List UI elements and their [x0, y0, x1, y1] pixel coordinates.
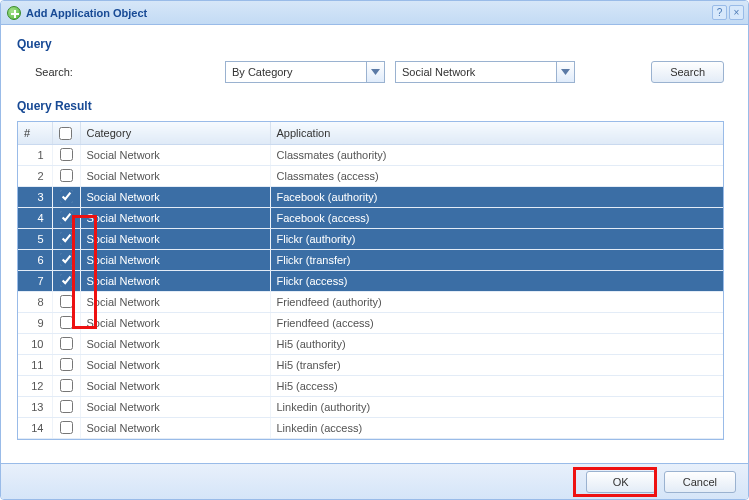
chevron-down-icon[interactable]: [556, 62, 574, 82]
row-category: Social Network: [80, 291, 270, 312]
row-number: 6: [18, 249, 52, 270]
row-checkbox-cell: [52, 291, 80, 312]
dialog-footer: OK Cancel: [1, 463, 748, 499]
col-header-application[interactable]: Application: [270, 122, 723, 144]
row-number: 1: [18, 144, 52, 165]
row-checkbox-cell: [52, 186, 80, 207]
row-checkbox[interactable]: [60, 232, 73, 245]
row-checkbox[interactable]: [60, 358, 73, 371]
row-category: Social Network: [80, 375, 270, 396]
title-bar: Add Application Object ? ×: [1, 1, 748, 25]
row-number: 13: [18, 396, 52, 417]
row-number: 12: [18, 375, 52, 396]
table-row[interactable]: 13Social NetworkLinkedin (authority): [18, 396, 723, 417]
dialog-content: Query Search: By Category Social Network…: [1, 25, 748, 463]
table-row[interactable]: 10Social NetworkHi5 (authority): [18, 333, 723, 354]
table-row[interactable]: 8Social NetworkFriendfeed (authority): [18, 291, 723, 312]
row-application: Linkedin (authority): [270, 396, 723, 417]
result-table: # Category Application 1Social NetworkCl…: [18, 122, 723, 439]
row-number: 10: [18, 333, 52, 354]
row-checkbox-cell: [52, 354, 80, 375]
row-checkbox-cell: [52, 396, 80, 417]
search-label: Search:: [35, 66, 215, 78]
row-category: Social Network: [80, 207, 270, 228]
row-checkbox-cell: [52, 375, 80, 396]
search-mode-value: By Category: [226, 66, 366, 78]
row-application: Hi5 (authority): [270, 333, 723, 354]
row-number: 2: [18, 165, 52, 186]
row-checkbox[interactable]: [60, 337, 73, 350]
search-button[interactable]: Search: [651, 61, 724, 83]
result-table-wrap: # Category Application 1Social NetworkCl…: [17, 121, 724, 440]
row-checkbox[interactable]: [60, 421, 73, 434]
svg-marker-0: [371, 69, 380, 75]
row-application: Hi5 (access): [270, 375, 723, 396]
row-application: Hi5 (transfer): [270, 354, 723, 375]
row-number: 8: [18, 291, 52, 312]
row-application: Flickr (authority): [270, 228, 723, 249]
row-checkbox-cell: [52, 207, 80, 228]
row-category: Social Network: [80, 354, 270, 375]
row-application: Friendfeed (access): [270, 312, 723, 333]
row-checkbox[interactable]: [60, 274, 73, 287]
row-checkbox[interactable]: [60, 316, 73, 329]
content-scroll[interactable]: Query Search: By Category Social Network…: [9, 33, 740, 455]
row-number: 3: [18, 186, 52, 207]
table-row[interactable]: 6Social NetworkFlickr (transfer): [18, 249, 723, 270]
row-category: Social Network: [80, 396, 270, 417]
chevron-down-icon[interactable]: [366, 62, 384, 82]
row-category: Social Network: [80, 228, 270, 249]
ok-button[interactable]: OK: [586, 471, 656, 493]
table-row[interactable]: 5Social NetworkFlickr (authority): [18, 228, 723, 249]
row-number: 4: [18, 207, 52, 228]
row-checkbox[interactable]: [60, 169, 73, 182]
row-category: Social Network: [80, 270, 270, 291]
row-category: Social Network: [80, 144, 270, 165]
row-category: Social Network: [80, 186, 270, 207]
row-application: Classmates (access): [270, 165, 723, 186]
row-checkbox[interactable]: [60, 148, 73, 161]
table-row[interactable]: 7Social NetworkFlickr (access): [18, 270, 723, 291]
cancel-button[interactable]: Cancel: [664, 471, 736, 493]
row-checkbox[interactable]: [60, 379, 73, 392]
row-category: Social Network: [80, 312, 270, 333]
table-row[interactable]: 11Social NetworkHi5 (transfer): [18, 354, 723, 375]
search-mode-combo[interactable]: By Category: [225, 61, 385, 83]
row-checkbox[interactable]: [60, 190, 73, 203]
close-button[interactable]: ×: [729, 5, 744, 20]
row-checkbox[interactable]: [60, 211, 73, 224]
col-header-num[interactable]: #: [18, 122, 52, 144]
table-row[interactable]: 12Social NetworkHi5 (access): [18, 375, 723, 396]
help-button[interactable]: ?: [712, 5, 727, 20]
row-checkbox[interactable]: [60, 400, 73, 413]
category-combo[interactable]: Social Network: [395, 61, 575, 83]
query-section-title: Query: [17, 33, 724, 57]
select-all-checkbox[interactable]: [59, 127, 72, 140]
row-checkbox-cell: [52, 165, 80, 186]
row-checkbox[interactable]: [60, 295, 73, 308]
row-category: Social Network: [80, 333, 270, 354]
row-application: Facebook (access): [270, 207, 723, 228]
row-application: Facebook (authority): [270, 186, 723, 207]
table-row[interactable]: 9Social NetworkFriendfeed (access): [18, 312, 723, 333]
row-application: Friendfeed (authority): [270, 291, 723, 312]
col-header-checkbox[interactable]: [52, 122, 80, 144]
row-number: 11: [18, 354, 52, 375]
table-row[interactable]: 4Social NetworkFacebook (access): [18, 207, 723, 228]
row-number: 9: [18, 312, 52, 333]
row-number: 5: [18, 228, 52, 249]
table-row[interactable]: 3Social NetworkFacebook (authority): [18, 186, 723, 207]
row-application: Linkedin (access): [270, 417, 723, 438]
table-row[interactable]: 14Social NetworkLinkedin (access): [18, 417, 723, 438]
col-header-category[interactable]: Category: [80, 122, 270, 144]
window-title: Add Application Object: [26, 7, 147, 19]
table-row[interactable]: 2Social NetworkClassmates (access): [18, 165, 723, 186]
row-checkbox-cell: [52, 417, 80, 438]
table-row[interactable]: 1Social NetworkClassmates (authority): [18, 144, 723, 165]
category-value: Social Network: [396, 66, 556, 78]
row-application: Flickr (access): [270, 270, 723, 291]
row-number: 7: [18, 270, 52, 291]
row-checkbox[interactable]: [60, 253, 73, 266]
row-application: Flickr (transfer): [270, 249, 723, 270]
table-header-row: # Category Application: [18, 122, 723, 144]
